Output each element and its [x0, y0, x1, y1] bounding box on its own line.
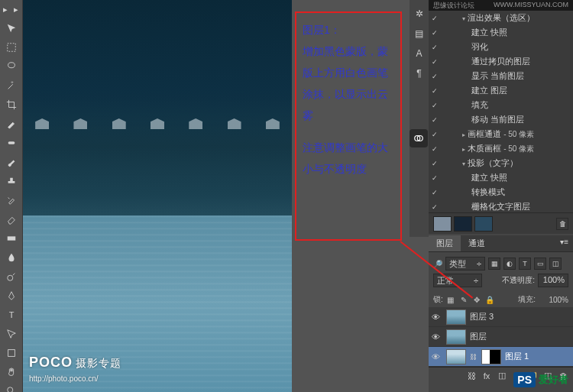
lock-trans-icon[interactable]: ▦ — [445, 294, 456, 305]
blur-tool[interactable] — [1, 248, 22, 267]
lock-all-icon[interactable]: 🔒 — [484, 294, 495, 305]
image-trees — [23, 92, 292, 229]
panels-area: 思缘设计论坛WWW.MISSYUAN.COM ✓▾ 渲出效果（选区）✓ 建立 快… — [429, 0, 573, 392]
history-item[interactable]: ✓▾ 渲出效果（选区） — [429, 11, 573, 25]
history-item[interactable]: ✓ 羽化 — [429, 40, 573, 54]
image-houses — [23, 118, 292, 141]
branding-bar: 思缘设计论坛WWW.MISSYUAN.COM — [429, 0, 573, 11]
fill-label: 填充: — [518, 294, 536, 305]
path-tool[interactable] — [1, 325, 22, 343]
filter-pixel-icon[interactable]: ▦ — [488, 258, 500, 270]
tab-channels[interactable]: 通道 — [461, 235, 493, 251]
wand-tool[interactable] — [1, 76, 22, 95]
canvas-image: POCO摄影专题 http://photo.poco.cn/ — [23, 0, 292, 392]
paragraph-icon[interactable]: ¶ — [413, 67, 426, 79]
brush-tool[interactable] — [1, 153, 22, 171]
stamp-tool[interactable] — [1, 172, 22, 190]
heal-tool[interactable] — [1, 134, 22, 152]
lock-pos-icon[interactable]: ✥ — [471, 294, 482, 305]
poco-url: http://photo.poco.cn/ — [29, 374, 99, 383]
filter-shape-icon[interactable]: ▭ — [534, 258, 546, 270]
lock-row: 锁: ▦ ✎ ✥ 🔒 填充: 100% — [429, 292, 573, 307]
right-icon-column: ✲ ▤ A ¶ — [410, 0, 429, 237]
layer-thumb[interactable] — [446, 329, 466, 345]
photoshop-window: ▸▸ T POCO摄影专题 http:// — [0, 0, 573, 392]
layer-row[interactable]: 👁⛓图层 1 — [429, 347, 573, 367]
swatch-thumb[interactable] — [454, 216, 472, 232]
pen-tool[interactable] — [1, 287, 22, 305]
eraser-tool[interactable] — [1, 210, 22, 228]
swatch-thumb[interactable] — [474, 216, 493, 232]
layer-row[interactable]: 👁图层 3 — [429, 307, 573, 327]
history-item[interactable]: ✓▾ 投影（文字） — [429, 156, 573, 170]
history-item[interactable]: ✓▸ 画框通道 - 50 像素 — [429, 127, 573, 141]
history-item[interactable]: ✓ 通过拷贝的图层 — [429, 54, 573, 69]
type-tool[interactable]: T — [1, 306, 22, 324]
history-item[interactable]: ✓ 建立 快照 — [429, 170, 573, 185]
layer-kind-select[interactable]: 类型÷ — [445, 257, 485, 271]
shape-tool[interactable] — [1, 344, 22, 362]
history-item[interactable]: ✓ 建立 图层 — [429, 83, 573, 98]
visibility-icon[interactable]: 👁 — [432, 332, 442, 342]
link-layers-icon[interactable]: ⛓ — [466, 371, 477, 381]
layer-row[interactable]: 👁图层 — [429, 327, 573, 347]
compass-icon[interactable]: ✲ — [413, 8, 426, 20]
adobe-cc-icon[interactable] — [410, 129, 428, 147]
filter-type-icon[interactable]: T — [519, 258, 531, 270]
svg-rect-2 — [8, 141, 15, 144]
mask-link-icon[interactable]: ⛓ — [470, 353, 478, 361]
move-tool[interactable] — [1, 19, 22, 37]
history-item[interactable]: ✓ 显示 当前图层 — [429, 69, 573, 83]
ps-watermark: PS 爱好者 — [513, 372, 568, 387]
history-item[interactable]: ✓▸ 木质画框 - 50 像素 — [429, 141, 573, 156]
layer-mask-thumb[interactable] — [481, 349, 501, 364]
layer-thumb[interactable] — [446, 349, 466, 364]
panel-menu-icon[interactable]: ▾≡ — [555, 235, 573, 251]
svg-rect-0 — [8, 44, 16, 52]
zoom-tool[interactable] — [1, 382, 22, 392]
layer-name: 图层 3 — [470, 311, 494, 322]
history-item[interactable]: ✓ 填充 — [429, 98, 573, 112]
opacity-value[interactable]: 100% — [538, 274, 568, 287]
svg-rect-5 — [8, 350, 15, 357]
swatch-delete-icon[interactable]: 🗑 — [556, 218, 568, 230]
mask-icon[interactable]: ◫ — [497, 371, 507, 381]
lasso-tool[interactable] — [1, 57, 22, 76]
svg-point-4 — [8, 275, 13, 280]
filter-smart-icon[interactable]: ◫ — [549, 258, 562, 270]
dodge-tool[interactable] — [1, 267, 22, 286]
char-icon[interactable]: A — [413, 47, 426, 60]
swatch-thumb[interactable] — [433, 216, 452, 232]
layers-list: 👁图层 3👁图层👁⛓图层 1 — [429, 307, 573, 367]
gradient-tool[interactable] — [1, 229, 22, 248]
hand-tool[interactable] — [1, 363, 22, 381]
history-item[interactable]: ✓ 移动 当前图层 — [429, 112, 573, 127]
lock-pixel-icon[interactable]: ✎ — [458, 294, 469, 305]
visibility-icon[interactable]: 👁 — [432, 313, 442, 322]
crop-tool[interactable] — [1, 96, 22, 114]
poco-watermark: POCO摄影专题 — [29, 355, 121, 371]
fill-value[interactable]: 100% — [538, 296, 568, 304]
histogram-icon[interactable]: ▤ — [413, 28, 426, 40]
canvas-area[interactable]: POCO摄影专题 http://photo.poco.cn/ — [23, 0, 292, 392]
history-brush-tool[interactable] — [1, 191, 22, 209]
layers-panel: 图层 通道 ▾≡ 🔎 类型÷ ▦ ◐ T ▭ ◫ 正常÷ 不透明度: 100% — [429, 235, 573, 392]
filter-adjust-icon[interactable]: ◐ — [503, 258, 516, 270]
opacity-label: 不透明度: — [502, 275, 535, 286]
visibility-icon[interactable]: 👁 — [432, 352, 442, 361]
marquee-tool[interactable] — [1, 38, 22, 57]
tool-collapse2[interactable]: ▸ — [11, 0, 21, 18]
history-item[interactable]: ✓ 转换模式 — [429, 185, 573, 199]
layer-thumb[interactable] — [446, 309, 466, 325]
fx-icon[interactable]: fx — [481, 371, 492, 381]
history-item[interactable]: ✓ 栅格化文字图层 — [429, 199, 573, 212]
tool-collapse[interactable]: ▸ — [0, 0, 11, 18]
layers-controls: 🔎 类型÷ ▦ ◐ T ▭ ◫ 正常÷ 不透明度: 100% — [429, 252, 573, 292]
lock-label: 锁: — [433, 294, 443, 305]
annotation-title: 图层1： — [303, 19, 394, 40]
svg-rect-3 — [8, 236, 16, 240]
history-item[interactable]: ✓ 建立 快照 — [429, 25, 573, 40]
eyedropper-tool[interactable] — [1, 115, 22, 133]
tab-layers[interactable]: 图层 — [429, 235, 461, 251]
annotation-p2: 注意调整画笔的大小与不透明度 — [303, 137, 394, 180]
